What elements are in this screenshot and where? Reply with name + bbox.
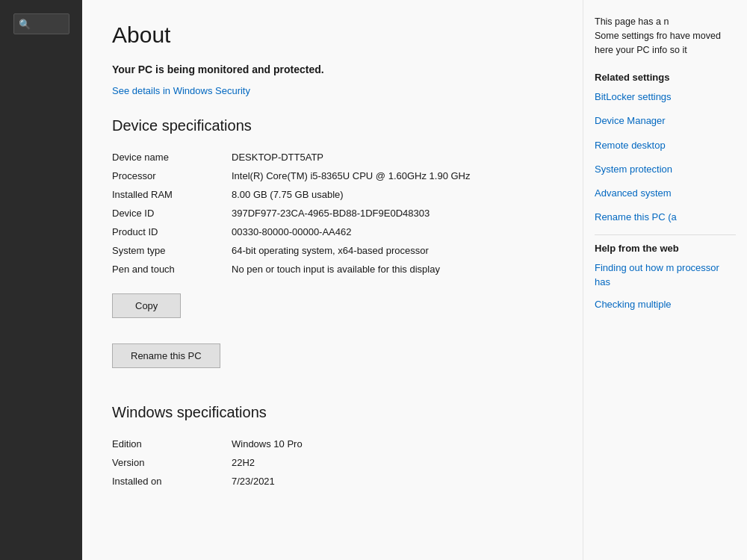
spec-label: Installed RAM bbox=[112, 185, 232, 204]
spec-value: Intel(R) Core(TM) i5-8365U CPU @ 1.60GHz… bbox=[232, 167, 553, 185]
spec-label: Installed on bbox=[112, 472, 232, 491]
help-links-container: Finding out how m processor hasChecking … bbox=[595, 261, 736, 311]
right-panel-notice-partial: This page has a n Some settings fro have… bbox=[595, 15, 736, 57]
page-title: About bbox=[112, 22, 553, 48]
table-row: System type64-bit operating system, x64-… bbox=[112, 241, 553, 260]
help-title: Help from the web bbox=[595, 243, 736, 254]
spec-label: System type bbox=[112, 241, 232, 260]
spec-label: Processor bbox=[112, 167, 232, 185]
windows-specs-title: Windows specifications bbox=[112, 404, 553, 421]
windows-specs-section: Windows specifications EditionWindows 10… bbox=[112, 404, 553, 491]
spec-label: Version bbox=[112, 453, 232, 472]
windows-specs-table: EditionWindows 10 ProVersion22H2Installe… bbox=[112, 435, 553, 491]
table-row: Device nameDESKTOP-DTT5ATP bbox=[112, 148, 553, 167]
search-icon: 🔍 bbox=[19, 19, 31, 30]
table-row: EditionWindows 10 Pro bbox=[112, 435, 553, 453]
help-link-checking-multiple[interactable]: Checking multiple bbox=[595, 298, 736, 311]
related-link-bitlocker[interactable]: BitLocker settings bbox=[595, 90, 736, 104]
spec-value: 7/23/2021 bbox=[232, 472, 553, 491]
specs-table: Device nameDESKTOP-DTT5ATPProcessorIntel… bbox=[112, 148, 553, 279]
related-link-remote-desktop[interactable]: Remote desktop bbox=[595, 139, 736, 152]
main-content: About Your PC is being monitored and pro… bbox=[82, 0, 583, 560]
security-link[interactable]: See details in Windows Security bbox=[112, 85, 553, 96]
table-row: ProcessorIntel(R) Core(TM) i5-8365U CPU … bbox=[112, 167, 553, 185]
copy-button[interactable]: Copy bbox=[112, 293, 181, 318]
security-notice: Your PC is being monitored and protected… bbox=[112, 63, 553, 78]
rename-pc-button[interactable]: Rename this PC bbox=[112, 343, 220, 368]
spec-value: No pen or touch input is available for t… bbox=[232, 260, 553, 279]
table-row: Version22H2 bbox=[112, 453, 553, 472]
related-links-container: BitLocker settingsDevice ManagerRemote d… bbox=[595, 90, 736, 224]
spec-label: Edition bbox=[112, 435, 232, 453]
spec-label: Device name bbox=[112, 148, 232, 167]
spec-value: 22H2 bbox=[232, 453, 553, 472]
spec-value: 00330-80000-00000-AA462 bbox=[232, 223, 553, 241]
table-row: Installed on7/23/2021 bbox=[112, 472, 553, 491]
device-specs-title: Device specifications bbox=[112, 117, 553, 134]
spec-value: DESKTOP-DTT5ATP bbox=[232, 148, 553, 167]
spec-label: Product ID bbox=[112, 223, 232, 241]
table-row: Installed RAM8.00 GB (7.75 GB usable) bbox=[112, 185, 553, 204]
spec-value: 397DF977-23CA-4965-BD88-1DF9E0D48303 bbox=[232, 204, 553, 223]
sidebar: 🔍 bbox=[0, 0, 82, 560]
spec-label: Pen and touch bbox=[112, 260, 232, 279]
spec-value: 64-bit operating system, x64-based proce… bbox=[232, 241, 553, 260]
spec-value: 8.00 GB (7.75 GB usable) bbox=[232, 185, 553, 204]
related-link-system-protection[interactable]: System protection bbox=[595, 163, 736, 176]
table-row: Device ID397DF977-23CA-4965-BD88-1DF9E0D… bbox=[112, 204, 553, 223]
right-panel: This page has a n Some settings fro have… bbox=[583, 0, 747, 560]
spec-label: Device ID bbox=[112, 204, 232, 223]
spec-value: Windows 10 Pro bbox=[232, 435, 553, 453]
related-link-rename-pc[interactable]: Rename this PC (a bbox=[595, 211, 736, 224]
search-box[interactable]: 🔍 bbox=[13, 13, 69, 34]
related-link-advanced-system[interactable]: Advanced system bbox=[595, 187, 736, 200]
help-link-finding-out[interactable]: Finding out how m processor has bbox=[595, 261, 736, 288]
table-row: Pen and touchNo pen or touch input is av… bbox=[112, 260, 553, 279]
related-settings-title: Related settings bbox=[595, 72, 736, 83]
divider bbox=[595, 234, 736, 235]
related-link-device-manager[interactable]: Device Manager bbox=[595, 114, 736, 128]
table-row: Product ID00330-80000-00000-AA462 bbox=[112, 223, 553, 241]
